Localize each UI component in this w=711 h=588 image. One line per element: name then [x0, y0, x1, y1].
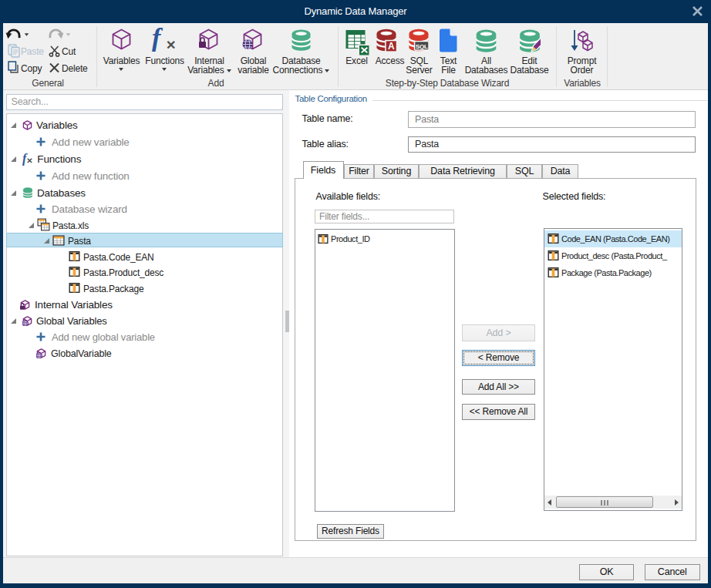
svg-text:A: A — [388, 41, 395, 52]
svg-text:SQL: SQL — [416, 43, 428, 50]
